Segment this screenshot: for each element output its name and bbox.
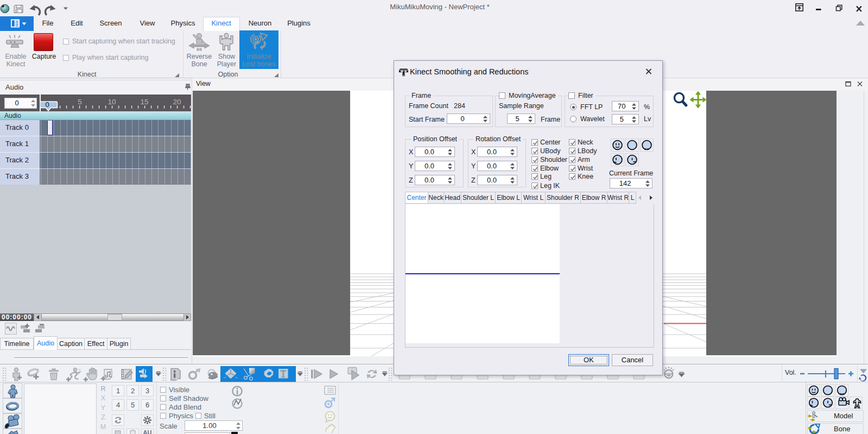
svg-text:0: 0 [45, 101, 49, 109]
